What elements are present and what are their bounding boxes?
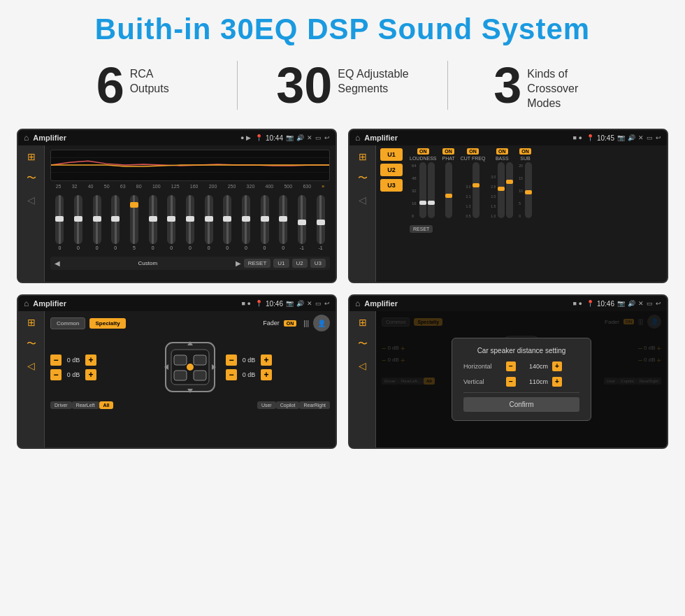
eq-u1-btn[interactable]: U1 [273,259,289,268]
eq-play-btn[interactable]: ▶ [236,259,241,267]
status-bar-4: ⌂ Amplifier ■ ● 📍 10:46 📷 🔊 ✕ ▭ ↩ [349,296,667,311]
minus-btn-left-2[interactable]: − [50,369,62,380]
horizontal-minus-btn[interactable]: − [506,361,516,371]
slider-7[interactable] [167,195,175,244]
all-btn[interactable]: All [99,401,114,409]
minus-btn-right-1[interactable]: − [226,354,237,366]
plus-btn-right-1[interactable]: + [261,354,272,366]
rearleft-btn[interactable]: RearLeft [72,401,99,409]
slider-val-3: 0 [96,245,99,250]
sidebar-eq-icon-3[interactable]: ⊞ [27,317,36,328]
eq-u3-btn[interactable]: U3 [310,259,326,268]
slider-13[interactable] [279,195,287,244]
home-icon-2[interactable]: ⌂ [355,133,360,143]
sub-slider[interactable] [525,162,532,218]
sidebar-wave-icon-3[interactable]: 〜 [27,338,36,350]
slider-col-10: 0 [223,195,231,250]
db-row-left-1: − 0 dB + [50,354,154,366]
plus-btn-left-2[interactable]: + [85,369,96,380]
driver-btn[interactable]: Driver [50,401,72,409]
stat-eq: 30 EQ AdjustableSegments [252,60,433,110]
eq-u2-btn[interactable]: U2 [292,259,308,268]
bass-slider-1[interactable] [498,162,505,218]
sidebar-wave-icon-2[interactable]: 〜 [358,172,368,185]
loudness-slider[interactable] [419,162,426,218]
back-icon-2[interactable]: ↩ [656,134,661,141]
stat-crossover: 3 Kinds ofCrossover Modes [462,60,643,110]
copilot-btn[interactable]: Copilot [276,401,300,409]
vertical-minus-btn[interactable]: − [506,377,516,387]
fader-bg-4: Common Specialty Fader ON ||| 👤 − [376,311,667,447]
minus-btn-right-2[interactable]: − [226,369,237,380]
cutfreq-scale: 3.02.11.30.5 [466,162,471,218]
slider-val-9: 0 [208,245,210,250]
slider-col-7: 0 [167,195,175,250]
sub-scale: 20151050 [519,162,523,218]
specialty-btn[interactable]: Specialty [89,318,125,329]
slider-9[interactable] [205,195,213,244]
slider-8[interactable] [186,195,194,244]
minus-btn-left-1[interactable]: − [50,354,62,366]
crossover-main: U1 U2 U3 ON LOUDNESS 644832160 [376,145,667,282]
loudness-slider-2[interactable] [428,162,435,218]
app-name-2: Amplifier [364,134,568,142]
common-btn[interactable]: Common [50,317,85,329]
sidebar-speaker-icon[interactable]: ◁ [27,194,35,206]
confirm-btn[interactable]: Confirm [463,397,579,412]
slider-12[interactable] [261,195,269,244]
eq-reset-btn[interactable]: RESET [244,259,271,268]
bass-slider-2[interactable] [506,162,513,218]
freq-50: 50 [104,184,110,189]
dots-1: ● ▶ [240,134,251,141]
sidebar-eq-icon[interactable]: ⊞ [27,151,36,162]
crossover-reset-btn[interactable]: RESET [410,225,433,233]
horizontal-plus-btn[interactable]: + [552,361,562,371]
on-badge-sub: ON [519,148,531,155]
more-icon[interactable]: » [322,184,324,189]
slider-6[interactable] [149,195,157,244]
sidebar-eq-icon-2[interactable]: ⊞ [359,151,367,162]
slider-1[interactable] [55,195,64,244]
svg-point-9 [187,364,194,371]
slider-5[interactable] [130,195,138,244]
sidebar-speaker-icon-2[interactable]: ◁ [359,194,366,206]
plus-btn-left-1[interactable]: + [85,354,96,366]
plus-btn-right-2[interactable]: + [261,369,272,380]
home-icon-4[interactable]: ⌂ [355,299,360,308]
sidebar-wave-icon[interactable]: 〜 [27,172,36,185]
slider-2[interactable] [74,195,82,244]
back-icon-1[interactable]: ↩ [324,134,330,141]
slider-val-14: -1 [300,245,304,250]
loudness-scale: 644832160 [412,162,417,218]
sidebar-speaker-icon-3[interactable]: ◁ [27,360,35,371]
u2-btn[interactable]: U2 [380,164,403,176]
back-icon-4[interactable]: ↩ [656,300,661,307]
vertical-plus-btn[interactable]: + [552,377,562,387]
eq-prev-btn[interactable]: ◀ [55,259,60,267]
rearright-btn[interactable]: RearRight [299,401,330,409]
db-value-left-1: 0 dB [64,357,83,364]
u3-btn[interactable]: U3 [380,179,403,192]
fader-avatar[interactable]: 👤 [313,315,330,331]
home-icon-1[interactable]: ⌂ [24,133,29,143]
back-icon-3[interactable]: ↩ [324,300,330,307]
slider-10[interactable] [223,195,231,244]
slider-15[interactable] [317,195,325,244]
slider-col-8: 0 [186,195,194,250]
eq-sidebar: ⊞ 〜 ◁ [18,145,45,282]
slider-4[interactable] [111,195,120,244]
fader-bottom-row: Driver RearLeft All User Copilot RearRig… [50,401,330,409]
stat-crossover-text: Kinds ofCrossover Modes [527,60,611,110]
cutfreq-slider[interactable] [473,162,480,218]
page-title: Buith-in 30EQ DSP Sound System [0,0,685,53]
stats-row: 6 RCAOutputs 30 EQ AdjustableSegments 3 … [0,53,685,123]
slider-val-4: 0 [114,245,117,250]
phat-slider[interactable] [445,162,452,218]
freq-40: 40 [88,184,94,189]
slider-3[interactable] [93,195,101,244]
slider-14[interactable] [298,195,306,244]
user-btn[interactable]: User [257,401,276,409]
u1-btn[interactable]: U1 [380,148,403,161]
slider-11[interactable] [242,195,250,244]
home-icon-3[interactable]: ⌂ [24,299,29,308]
